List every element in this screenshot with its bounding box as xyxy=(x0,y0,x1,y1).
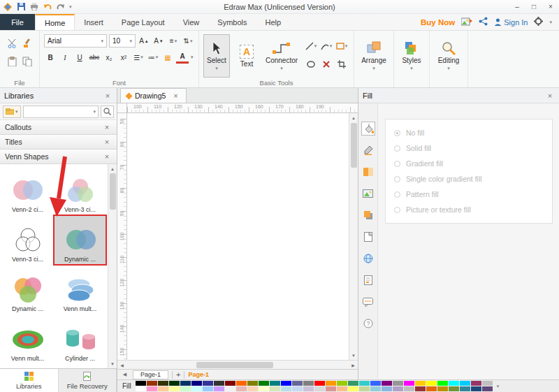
color-swatch[interactable] xyxy=(281,381,291,386)
font-color-button[interactable]: A xyxy=(176,51,189,64)
tab-page-layout[interactable]: Page Layout xyxy=(112,14,174,30)
arrange-button[interactable]: Arrange ▾ xyxy=(358,34,389,78)
ellipse-tool-icon[interactable] xyxy=(305,58,317,71)
color-swatch[interactable] xyxy=(225,386,235,391)
help-icon[interactable]: ? xyxy=(361,317,375,331)
color-swatch[interactable] xyxy=(247,381,258,386)
scrollbar-thumb[interactable] xyxy=(196,362,273,368)
color-swatch[interactable] xyxy=(471,386,481,391)
horizontal-scrollbar[interactable]: ◀ ▶ xyxy=(117,360,358,369)
text-tool-button[interactable]: A Text xyxy=(233,34,260,78)
color-swatch[interactable] xyxy=(147,381,157,386)
color-swatch[interactable] xyxy=(348,386,358,391)
shape-venn-2-circles[interactable]: Venn-2 ci... xyxy=(1,166,54,215)
color-swatch[interactable] xyxy=(482,381,493,386)
option-single-color-gradient-fill[interactable]: Single color gradient fill xyxy=(394,171,544,187)
color-swatch[interactable] xyxy=(281,386,291,391)
tab-help[interactable]: Help xyxy=(256,14,290,30)
menubar-dropdown-icon[interactable]: ▾ xyxy=(549,20,552,25)
select-tool-button[interactable]: Select ▾ xyxy=(203,34,230,78)
color-swatch[interactable] xyxy=(326,381,336,386)
comment-icon[interactable] xyxy=(361,295,375,309)
scroll-right-icon[interactable]: ▶ xyxy=(349,361,358,370)
print-icon[interactable] xyxy=(29,2,39,12)
color-swatch[interactable] xyxy=(169,386,180,391)
editing-button[interactable]: Editing ▾ xyxy=(434,34,463,78)
option-gradient-fill[interactable]: Gradient fill xyxy=(394,156,544,171)
color-swatch[interactable] xyxy=(326,386,336,391)
rectangle-tool-icon[interactable]: ▾ xyxy=(335,40,348,52)
minimize-button[interactable]: – xyxy=(509,0,525,14)
export-image-icon[interactable] xyxy=(461,17,472,27)
color-swatch[interactable] xyxy=(370,381,381,386)
strikethrough-button[interactable]: abc xyxy=(88,51,101,64)
color-swatch[interactable] xyxy=(270,381,280,386)
page-setup-icon[interactable] xyxy=(361,230,375,244)
text-direction-icon[interactable]: ⇅▾ xyxy=(182,35,194,48)
color-swatch[interactable] xyxy=(214,386,224,391)
option-solid-fill[interactable]: Solid fill xyxy=(394,140,544,156)
color-swatch[interactable] xyxy=(225,381,235,386)
color-swatch[interactable] xyxy=(158,386,168,391)
connector-tool-button[interactable]: Connector ▾ xyxy=(263,34,300,78)
drawing-canvas[interactable] xyxy=(127,113,349,360)
save-icon[interactable] xyxy=(16,2,26,12)
maximize-button[interactable]: □ xyxy=(525,0,542,14)
color-swatch[interactable] xyxy=(303,386,314,391)
font-family-select[interactable]: Arial▾ xyxy=(44,34,107,48)
scroll-down-icon[interactable]: ▼ xyxy=(349,351,358,360)
color-swatch[interactable] xyxy=(337,381,347,386)
tab-file-recovery[interactable]: File Recovery xyxy=(59,369,117,392)
color-swatch[interactable] xyxy=(203,386,213,391)
color-swatch[interactable] xyxy=(359,381,370,386)
color-swatch[interactable] xyxy=(437,386,448,391)
library-search-combo[interactable]: ▾ xyxy=(23,106,99,118)
color-swatch[interactable] xyxy=(214,381,224,386)
color-swatch[interactable] xyxy=(314,381,325,386)
pen-tool-icon[interactable]: ▾ xyxy=(320,40,333,52)
color-swatch[interactable] xyxy=(292,381,303,386)
section-close-icon[interactable]: × xyxy=(102,123,112,131)
sign-in-button[interactable]: Sign In xyxy=(494,18,528,27)
color-swatch[interactable] xyxy=(169,381,180,386)
section-close-icon[interactable]: × xyxy=(102,138,112,146)
radio-icon[interactable] xyxy=(394,191,400,198)
color-swatch[interactable] xyxy=(460,381,470,386)
color-swatch[interactable] xyxy=(203,381,213,386)
share-icon[interactable] xyxy=(479,17,488,27)
color-swatch[interactable] xyxy=(303,381,314,386)
paste-icon[interactable] xyxy=(6,55,18,68)
scroll-up-icon[interactable]: ▲ xyxy=(349,113,358,122)
color-swatch[interactable] xyxy=(426,386,437,391)
underline-button[interactable]: U xyxy=(73,51,86,64)
shape-venn-multi-blue[interactable]: Venn mult... xyxy=(54,265,106,314)
library-folder-button[interactable]: ▾ xyxy=(3,106,21,118)
picture-icon[interactable] xyxy=(361,187,375,201)
color-swatch[interactable] xyxy=(136,386,146,391)
library-scrollbar[interactable]: ▲ ▼ xyxy=(108,164,117,368)
option-picture-or-texture-fill[interactable]: Picture or texture fill xyxy=(394,202,544,217)
color-swatch[interactable] xyxy=(180,381,191,386)
color-swatch[interactable] xyxy=(236,386,247,391)
color-swatch[interactable] xyxy=(136,381,146,386)
library-search-button[interactable] xyxy=(101,106,114,118)
color-swatch[interactable] xyxy=(415,381,426,386)
crop-tool-icon[interactable] xyxy=(335,58,348,71)
note-icon[interactable] xyxy=(361,273,375,287)
styles-button[interactable]: Styles ▾ xyxy=(398,34,425,78)
document-tab-close-icon[interactable]: × xyxy=(170,92,180,100)
delete-tool-icon[interactable] xyxy=(320,58,333,71)
scrollbar-thumb[interactable] xyxy=(110,173,116,210)
tab-symbols[interactable]: Symbols xyxy=(208,14,256,30)
color-swatch[interactable] xyxy=(359,386,370,391)
hyperlink-globe-icon[interactable] xyxy=(361,252,375,266)
shape-venn-3-circles-color[interactable]: Venn-3 ci... xyxy=(54,166,106,215)
color-swatch[interactable] xyxy=(471,381,481,386)
color-swatch[interactable] xyxy=(449,381,459,386)
color-swatch[interactable] xyxy=(270,386,280,391)
color-swatch[interactable] xyxy=(426,381,437,386)
add-page-button[interactable]: + xyxy=(176,370,180,379)
radio-icon[interactable] xyxy=(394,207,400,213)
page-prev-icon[interactable]: ◀ xyxy=(120,370,129,379)
color-swatch[interactable] xyxy=(382,386,392,391)
